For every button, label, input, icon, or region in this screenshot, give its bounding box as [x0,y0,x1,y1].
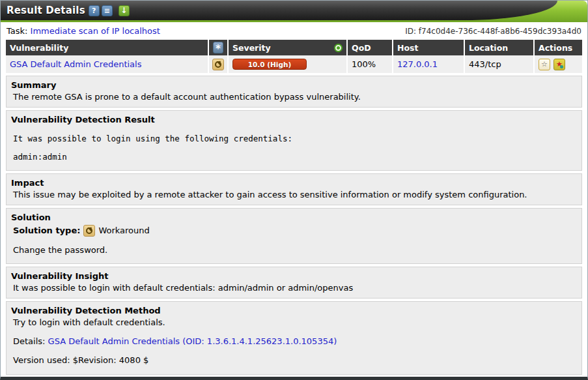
solution-type-value: Workaround [98,226,149,236]
page-title: Result Details [7,5,85,16]
result-id: ID: f74c0d4e-736c-448f-a8b6-459dc393a4d0 [405,27,581,36]
add-override-icon[interactable]: ★ [553,59,565,70]
details-link[interactable]: GSA Default Admin Credentials (OID: 1.3.… [48,336,337,346]
result-table: Vulnerability * Severity QoD Host Locati… [6,40,582,73]
help-icon[interactable]: ? [89,5,100,16]
section-summary: Summary The remote GSA is prone to a def… [6,76,582,108]
task-row: Task: Immediate scan of IP localhost ID:… [1,22,587,38]
qod-cell: 100% [348,55,392,73]
column-header-solution-type[interactable]: * [209,40,227,55]
solution-text: Change the password. [11,245,577,256]
impact-text: This issue may be exploited by a remote … [11,190,577,200]
solution-type-line: Solution type: Workaround [11,225,577,237]
result-details-window: Result Details ? ≡ ↓ Task: Immediate sca… [0,0,588,380]
section-detection-result: Vulnerability Detection Result It was po… [6,110,582,171]
detection-result-heading: Vulnerability Detection Result [11,115,577,125]
detection-method-heading: Vulnerability Detection Method [11,306,577,316]
column-header-host[interactable]: Host [393,40,464,55]
table-header-row: Vulnerability * Severity QoD Host Locati… [6,40,582,55]
section-detection-method: Vulnerability Detection Method Try to lo… [6,301,582,375]
severity-header-label: Severity [232,43,271,53]
summary-heading: Summary [11,80,577,91]
solution-heading: Solution [11,212,577,223]
host-link[interactable]: 127.0.0.1 [397,59,438,69]
solution-type-cell [209,55,227,73]
actions-cell: ☆ ★ [535,55,582,73]
column-header-actions: Actions [535,40,582,55]
detection-method-text: Try to login with default credentials. [11,317,577,328]
overrides-toggle-icon[interactable] [334,44,343,52]
location-cell: 443/tcp [465,55,533,73]
column-header-location[interactable]: Location [465,40,533,55]
version-used: Version used: $Revision: 4080 $ [11,355,577,366]
details-line: Details: GSA Default Admin Credentials (… [11,336,577,347]
task-label-group: Task: Immediate scan of IP localhost [7,26,160,36]
task-label: Task: [7,26,27,36]
download-icon[interactable]: ↓ [119,5,130,16]
details-label: Details: [13,336,45,346]
task-link[interactable]: Immediate scan of IP localhost [31,26,160,36]
add-note-icon[interactable]: ☆ [539,59,550,70]
insight-text: It was possible to login with default cr… [11,283,577,293]
insight-heading: Vulnerability Insight [11,271,577,282]
section-solution: Solution Solution type: Workaround Chang… [6,208,582,265]
section-insight: Vulnerability Insight It was possible to… [6,267,582,299]
column-header-qod[interactable]: QoD [348,40,392,55]
column-header-vulnerability[interactable]: Vulnerability [6,40,208,55]
detection-result-line2: admin:admin [11,152,577,162]
solution-type-label: Solution type: [13,226,80,236]
severity-cell: 10.0 (High) [229,55,346,73]
vulnerability-link[interactable]: GSA Default Admin Credentials [10,59,141,69]
titlebar: Result Details ? ≡ ↓ [1,1,587,22]
workaround-icon [83,225,95,237]
column-header-severity[interactable]: Severity [229,40,346,55]
titlebar-icons: ? ≡ ↓ [87,5,130,16]
titlebar-dark-area: Result Details ? ≡ ↓ [1,1,557,20]
summary-text: The remote GSA is prone to a default acc… [11,92,577,102]
asterisk-puzzle-icon: * [213,42,223,53]
host-cell: 127.0.0.1 [393,55,464,73]
vulnerability-cell: GSA Default Admin Credentials [6,55,208,73]
detection-result-line1: It was possible to login using the follo… [11,134,577,144]
severity-bar: 10.0 (High) [232,59,307,70]
section-impact: Impact This issue may be exploited by a … [6,173,582,205]
table-row: GSA Default Admin Credentials 10.0 (High… [6,55,582,73]
workaround-icon [212,59,224,70]
list-icon[interactable]: ≡ [102,5,113,16]
impact-heading: Impact [11,178,577,188]
